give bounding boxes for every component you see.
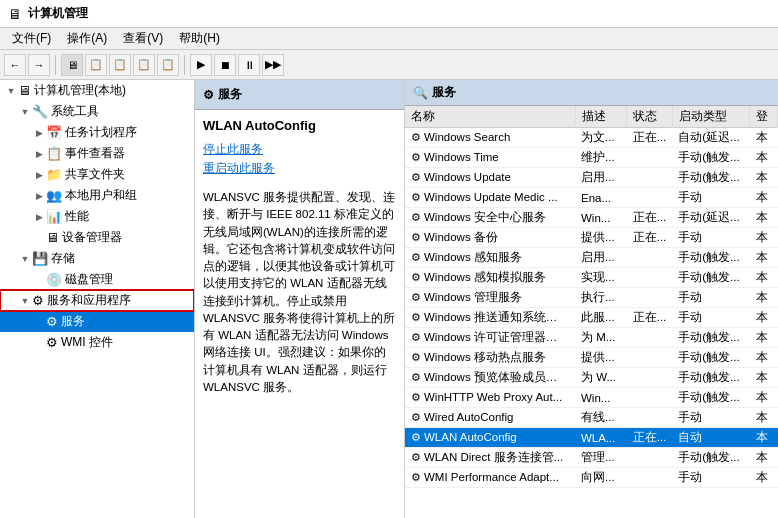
toolbar-play[interactable]: ▶ [190,54,212,76]
service-desc-cell: 维护... [575,148,627,168]
service-icon: ⚙ [411,171,421,183]
service-name-cell: ⚙Windows 感知服务 [405,248,575,268]
tree-expand-5[interactable]: ▶ [32,189,46,203]
tree-icon-7: 🖥 [46,230,59,245]
tree-expand-2[interactable]: ▶ [32,126,46,140]
tree-expand-0[interactable]: ▼ [4,84,18,98]
table-row[interactable]: ⚙WLAN AutoConfigWLA...正在...自动本 [405,428,778,448]
table-row[interactable]: ⚙WinHTTP Web Proxy Aut...Win...手动(触发...本 [405,388,778,408]
menu-item-操作(A)[interactable]: 操作(A) [59,28,115,49]
col-header-3[interactable]: 启动类型 [672,106,749,128]
service-desc-cell: 执行... [575,288,627,308]
menu-item-帮助(H)[interactable]: 帮助(H) [171,28,228,49]
tree-expand-6[interactable]: ▶ [32,210,46,224]
sidebar-item-9[interactable]: 💿磁盘管理 [0,269,194,290]
sidebar-item-0[interactable]: ▼🖥计算机管理(本地) [0,80,194,101]
service-desc-cell: 管理... [575,448,627,468]
service-starttype-cell: 手动 [672,408,749,428]
table-row[interactable]: ⚙WMI Performance Adapt...向网...手动本 [405,468,778,488]
service-desc-cell: 有线... [575,408,627,428]
service-icon: ⚙ [411,471,421,483]
service-name-cell: ⚙WLAN AutoConfig [405,428,575,448]
toolbar-btn1[interactable]: 🖥 [61,54,83,76]
service-starttype-cell: 手动(触发... [672,368,749,388]
service-logon-cell: 本 [750,388,778,408]
service-icon: ⚙ [411,191,421,203]
sidebar-item-12[interactable]: ⚙WMI 控件 [0,332,194,353]
service-desc-cell: WLA... [575,428,627,448]
table-row[interactable]: ⚙Windows 推送通知系统服务此服...正在...手动本 [405,308,778,328]
table-row[interactable]: ⚙Windows 管理服务执行...手动本 [405,288,778,308]
sidebar-item-11[interactable]: ⚙服务 [0,311,194,332]
sidebar-item-2[interactable]: ▶📅任务计划程序 [0,122,194,143]
sidebar-item-7[interactable]: 🖥设备管理器 [0,227,194,248]
table-row[interactable]: ⚙Windows Update启用...手动(触发...本 [405,168,778,188]
table-row[interactable]: ⚙Windows 移动热点服务提供...手动(触发...本 [405,348,778,368]
service-status-cell: 正在... [627,128,673,148]
sidebar-item-10[interactable]: ▼⚙服务和应用程序 [0,290,194,311]
toolbar-restart[interactable]: ▶▶ [262,54,284,76]
service-starttype-cell: 手动 [672,188,749,208]
table-row[interactable]: ⚙Windows Time维护...手动(触发...本 [405,148,778,168]
service-name-cell: ⚙Windows 备份 [405,228,575,248]
toolbar-btn2[interactable]: 📋 [85,54,107,76]
col-header-1[interactable]: 描述 [575,106,627,128]
service-status-cell [627,408,673,428]
tree-icon-10: ⚙ [32,293,44,308]
table-row[interactable]: ⚙Windows 预览体验成员服务为 W...手动(触发...本 [405,368,778,388]
table-row[interactable]: ⚙Windows 感知服务启用...手动(触发...本 [405,248,778,268]
service-logon-cell: 本 [750,428,778,448]
table-row[interactable]: ⚙Windows 安全中心服务Win...正在...手动(延迟...本 [405,208,778,228]
sidebar-item-8[interactable]: ▼💾存储 [0,248,194,269]
detail-action-0[interactable]: 停止此服务 [203,141,396,158]
right-panel: ⚙ 服务 WLAN AutoConfig 停止此服务重启动此服务 WLANSVC… [195,80,778,518]
col-header-2[interactable]: 状态 [627,106,673,128]
tree-icon-4: 📁 [46,167,62,182]
detail-description: WLANSVC 服务提供配置、发现、连接、断开与 IEEE 802.11 标准定… [195,181,404,404]
sidebar-item-5[interactable]: ▶👥本地用户和组 [0,185,194,206]
tree-expand-10[interactable]: ▼ [18,294,32,308]
table-row[interactable]: ⚙Windows 备份提供...正在...手动本 [405,228,778,248]
service-name-cell: ⚙WLAN Direct 服务连接管... [405,448,575,468]
table-row[interactable]: ⚙Windows 感知模拟服务实现...手动(触发...本 [405,268,778,288]
toolbar-forward[interactable]: → [28,54,50,76]
table-row[interactable]: ⚙WLAN Direct 服务连接管...管理...手动(触发...本 [405,448,778,468]
table-row[interactable]: ⚙Wired AutoConfig有线...手动本 [405,408,778,428]
toolbar-btn4[interactable]: 📋 [133,54,155,76]
toolbar-btn5[interactable]: 📋 [157,54,179,76]
toolbar-pause[interactable]: ⏸ [238,54,260,76]
service-name-cell: ⚙WMI Performance Adapt... [405,468,575,488]
detail-action-1[interactable]: 重启动此服务 [203,160,396,177]
menu-item-文件(F)[interactable]: 文件(F) [4,28,59,49]
col-header-0[interactable]: 名称 [405,106,575,128]
tree-expand-1[interactable]: ▼ [18,105,32,119]
sidebar-item-3[interactable]: ▶📋事件查看器 [0,143,194,164]
service-logon-cell: 本 [750,228,778,248]
menu-item-查看(V)[interactable]: 查看(V) [115,28,171,49]
service-icon: ⚙ [411,271,421,283]
sidebar-label-6: 性能 [65,208,89,225]
service-table-body: ⚙Windows Search为文...正在...自动(延迟...本⚙Windo… [405,128,778,488]
tree-expand-3[interactable]: ▶ [32,147,46,161]
toolbar-btn3[interactable]: 📋 [109,54,131,76]
toolbar-back[interactable]: ← [4,54,26,76]
sidebar-item-4[interactable]: ▶📁共享文件夹 [0,164,194,185]
tree-expand-11 [32,315,46,329]
service-logon-cell: 本 [750,168,778,188]
tree-expand-8[interactable]: ▼ [18,252,32,266]
sidebar-item-1[interactable]: ▼🔧系统工具 [0,101,194,122]
table-row[interactable]: ⚙Windows Update Medic ...Ena...手动本 [405,188,778,208]
service-starttype-cell: 手动 [672,468,749,488]
service-logon-cell: 本 [750,368,778,388]
service-name-cell: ⚙Windows Update Medic ... [405,188,575,208]
service-desc-cell: 为文... [575,128,627,148]
detail-panel: ⚙ 服务 WLAN AutoConfig 停止此服务重启动此服务 WLANSVC… [195,80,405,518]
service-starttype-cell: 手动 [672,308,749,328]
col-header-4[interactable]: 登 [750,106,778,128]
toolbar-stop[interactable]: ⏹ [214,54,236,76]
table-row[interactable]: ⚙Windows 许可证管理器服务为 M...手动(触发...本 [405,328,778,348]
sidebar-label-1: 系统工具 [51,103,99,120]
tree-expand-4[interactable]: ▶ [32,168,46,182]
table-row[interactable]: ⚙Windows Search为文...正在...自动(延迟...本 [405,128,778,148]
sidebar-item-6[interactable]: ▶📊性能 [0,206,194,227]
